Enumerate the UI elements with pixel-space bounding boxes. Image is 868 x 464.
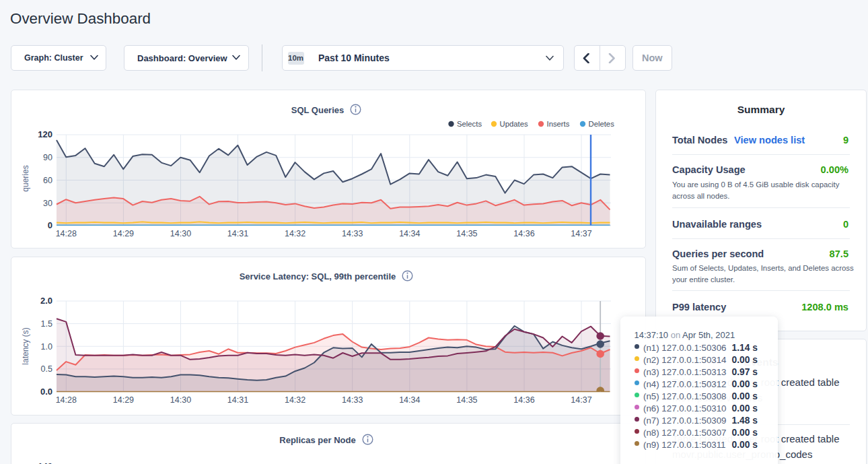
svg-text:14:34: 14:34 — [399, 229, 420, 238]
svg-text:14:35: 14:35 — [456, 229, 477, 238]
svg-text:14:34: 14:34 — [399, 395, 420, 404]
svg-text:14:37: 14:37 — [571, 395, 591, 404]
svg-text:2.0: 2.0 — [40, 296, 52, 306]
svg-text:14:36: 14:36 — [513, 229, 534, 238]
svg-text:14:29: 14:29 — [113, 229, 134, 238]
svg-text:30: 30 — [43, 199, 52, 208]
svg-text:latency (s): latency (s) — [21, 327, 30, 364]
svg-text:120: 120 — [38, 129, 52, 139]
svg-text:60: 60 — [43, 176, 52, 185]
svg-text:14:32: 14:32 — [285, 229, 305, 238]
svg-text:0: 0 — [48, 220, 52, 230]
svg-text:Updates: Updates — [500, 120, 528, 128]
svg-text:1.0: 1.0 — [41, 341, 52, 351]
svg-text:14:33: 14:33 — [342, 229, 363, 238]
svg-text:14:30: 14:30 — [170, 229, 191, 238]
svg-text:14:33: 14:33 — [342, 395, 363, 404]
svg-text:queries: queries — [21, 165, 30, 191]
svg-text:14:32: 14:32 — [285, 395, 305, 404]
svg-text:Deletes: Deletes — [589, 120, 615, 128]
svg-text:14:35: 14:35 — [456, 395, 477, 404]
svg-text:14:29: 14:29 — [113, 395, 134, 404]
svg-text:0.0: 0.0 — [40, 386, 52, 396]
svg-text:14:28: 14:28 — [56, 229, 77, 238]
svg-text:14:30: 14:30 — [170, 395, 191, 404]
svg-text:Inserts: Inserts — [547, 120, 570, 128]
svg-text:0.5: 0.5 — [41, 364, 52, 374]
svg-text:14:31: 14:31 — [227, 395, 248, 404]
svg-text:140: 140 — [38, 461, 52, 464]
svg-text:1.5: 1.5 — [41, 319, 52, 329]
svg-text:14:31: 14:31 — [227, 229, 248, 238]
svg-text:14:36: 14:36 — [513, 395, 534, 404]
svg-text:14:28: 14:28 — [56, 395, 77, 404]
svg-text:14:37: 14:37 — [571, 229, 591, 238]
svg-text:90: 90 — [43, 153, 52, 162]
svg-text:Selects: Selects — [457, 120, 482, 128]
